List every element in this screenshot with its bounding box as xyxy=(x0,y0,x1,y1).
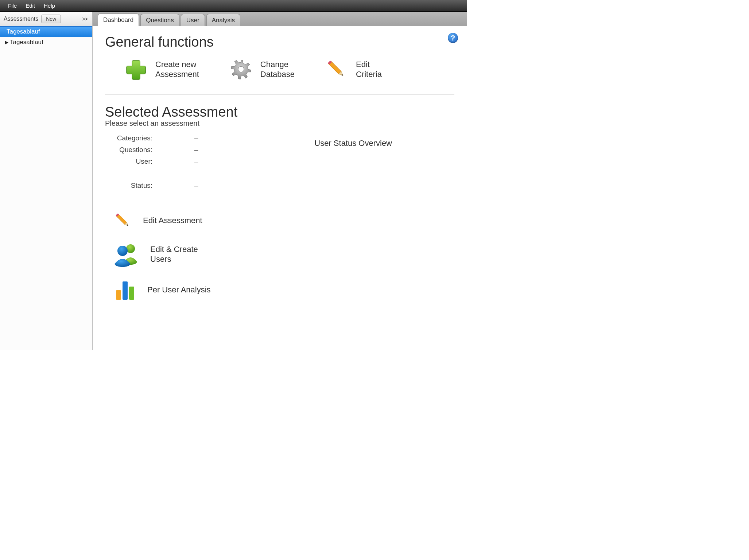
sidebar: Assessments New >> Tagesablauf ▶ Tagesab… xyxy=(0,12,93,350)
change-database-button[interactable]: Change Database xyxy=(228,57,295,82)
create-new-assessment-button[interactable]: Create new Assessment xyxy=(123,57,199,82)
tab-dashboard[interactable]: Dashboard xyxy=(98,13,139,26)
bar-chart-icon xyxy=(112,277,138,303)
tabbar: Dashboard Questions User Analysis xyxy=(93,12,467,26)
pencil-icon xyxy=(112,210,133,231)
menu-file[interactable]: File xyxy=(4,1,21,10)
new-assessment-button[interactable]: New xyxy=(41,15,61,23)
svg-rect-13 xyxy=(129,287,134,300)
svg-rect-12 xyxy=(123,281,128,300)
svg-rect-11 xyxy=(116,290,121,300)
disclosure-triangle-icon: ▶ xyxy=(5,40,8,45)
menu-help[interactable]: Help xyxy=(39,1,59,10)
tab-analysis[interactable]: Analysis xyxy=(206,14,240,26)
general-functions-heading: General functions xyxy=(105,34,454,50)
menubar: File Edit Help xyxy=(0,0,467,12)
main-area: Dashboard Questions User Analysis ? Gene… xyxy=(93,12,467,350)
assessment-stats: Categories: – Questions: – User: – Statu… xyxy=(105,134,237,190)
divider xyxy=(105,94,454,95)
per-user-analysis-button[interactable]: Per User Analysis xyxy=(112,277,237,303)
edit-create-users-label: Edit & Create Users xyxy=(150,244,198,264)
sidebar-item[interactable]: ▶ Tagesablauf xyxy=(0,37,92,47)
edit-assessment-button[interactable]: Edit Assessment xyxy=(112,210,237,231)
users-icon xyxy=(112,241,141,267)
user-value: – xyxy=(167,158,225,166)
sidebar-item-label: Tagesablauf xyxy=(10,39,43,46)
sidebar-item-selected[interactable]: Tagesablauf xyxy=(0,26,92,37)
menu-edit[interactable]: Edit xyxy=(21,1,39,10)
status-value: – xyxy=(167,182,225,190)
svg-point-10 xyxy=(117,246,128,256)
tab-user[interactable]: User xyxy=(181,14,205,26)
create-new-assessment-label: Create new Assessment xyxy=(155,59,199,79)
general-functions-row: Create new Assessment xyxy=(105,57,454,82)
sidebar-title: Assessments xyxy=(4,16,38,22)
selected-assessment-subtitle: Please select an assessment xyxy=(105,119,237,128)
app-body: Assessments New >> Tagesablauf ▶ Tagesab… xyxy=(0,12,467,350)
collapse-sidebar-button[interactable]: >> xyxy=(81,15,89,23)
status-label: Status: xyxy=(109,182,152,190)
edit-criteria-label: Edit Criteria xyxy=(356,59,382,79)
edit-assessment-label: Edit Assessment xyxy=(143,215,202,226)
user-label: User: xyxy=(109,158,152,166)
change-database-label: Change Database xyxy=(260,59,295,79)
edit-criteria-button[interactable]: Edit Criteria xyxy=(324,57,382,82)
pencil-icon xyxy=(324,57,349,82)
help-icon[interactable]: ? xyxy=(448,33,458,43)
categories-label: Categories: xyxy=(109,134,152,142)
content: ? General functions xyxy=(93,26,467,350)
sidebar-list: Tagesablauf ▶ Tagesablauf xyxy=(0,26,92,350)
sidebar-header: Assessments New >> xyxy=(0,12,92,26)
assessment-actions: Edit Assessment xyxy=(105,210,237,303)
edit-create-users-button[interactable]: Edit & Create Users xyxy=(112,241,237,267)
categories-value: – xyxy=(167,134,225,142)
svg-point-0 xyxy=(238,66,244,72)
gear-icon xyxy=(228,57,254,82)
tab-questions[interactable]: Questions xyxy=(140,14,179,26)
selected-assessment-heading: Selected Assessment xyxy=(105,104,237,120)
per-user-analysis-label: Per User Analysis xyxy=(147,285,211,295)
user-status-overview: User Status Overview xyxy=(252,104,454,148)
plus-icon xyxy=(123,57,149,82)
questions-label: Questions: xyxy=(109,146,152,154)
questions-value: – xyxy=(167,146,225,154)
